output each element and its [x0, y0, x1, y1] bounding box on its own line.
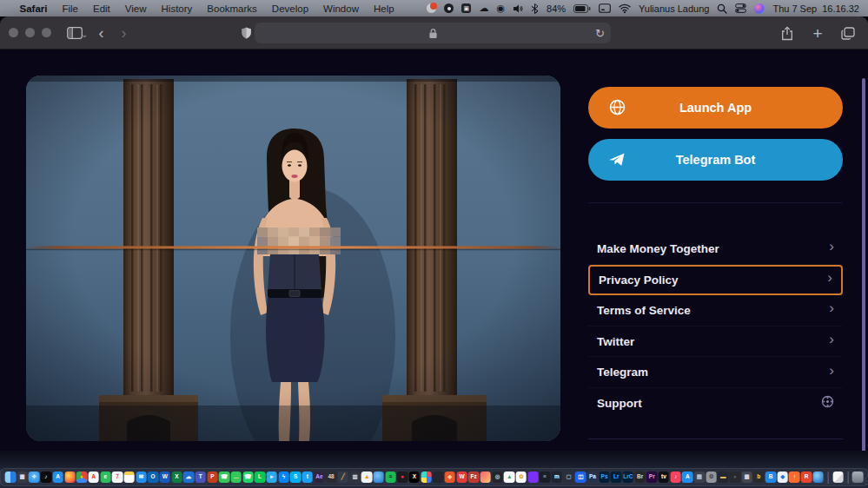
dock-icon-outlook[interactable]: O — [148, 472, 158, 482]
dock-icon-cleanmymac[interactable]: ╱ — [338, 472, 348, 482]
zoom-window-button[interactable] — [42, 28, 51, 37]
menubar-clock[interactable]: Thu 7 Sep 16.16.32 — [772, 3, 859, 14]
dock-icon-midi-keys[interactable]: ▥ — [349, 472, 360, 482]
dock-icon-earth-app[interactable] — [812, 472, 823, 482]
dock-icon-mattermost[interactable]: m — [552, 472, 562, 482]
menubar-item[interactable]: Edit — [86, 3, 118, 14]
dock-icon-evernote[interactable]: e — [100, 472, 110, 482]
dock-icon-wps[interactable]: W — [456, 472, 467, 482]
dock-icon-notes[interactable] — [124, 472, 135, 482]
dock-icon-docker[interactable]: ◫ — [575, 472, 586, 482]
sidebar-chevron-down-icon[interactable]: ⌄ — [81, 30, 88, 39]
menubar-item[interactable]: Window — [316, 3, 367, 14]
dock-icon-palette[interactable] — [421, 472, 431, 482]
menubar-item[interactable]: View — [117, 3, 154, 14]
dock-icon-shield-app[interactable]: ◆ — [777, 472, 787, 482]
dock-icon-dark-app[interactable] — [433, 472, 443, 482]
menu-item-privacy-policy[interactable]: Privacy Policy › — [588, 265, 843, 296]
dock-icon-parallels[interactable]: Pa — [587, 472, 598, 482]
dock-icon-filezilla[interactable]: Fz — [468, 472, 479, 482]
address-bar[interactable]: ↻ — [255, 23, 611, 43]
dock-icon-line[interactable]: L — [255, 472, 265, 482]
page-scrollbar[interactable] — [862, 78, 865, 460]
dock-icon-after-effects[interactable]: Ae — [314, 472, 324, 482]
home-app-menu-icon[interactable]: ▣ — [461, 3, 471, 13]
dock-icon-lightroom-classic[interactable]: LrC — [623, 472, 633, 482]
dock-icon-facetime[interactable]: ☎ — [219, 472, 229, 482]
menubar-item[interactable]: Develop — [264, 3, 315, 14]
dock-icon-text-doc[interactable]: ▤ — [694, 472, 705, 482]
dock-icon-dark-circle[interactable]: ● — [730, 472, 740, 482]
screen-record-icon[interactable] — [427, 3, 436, 13]
display-menu-icon[interactable] — [599, 3, 611, 14]
dock-icon-stripes-app[interactable]: ≡ — [540, 472, 550, 482]
menubar-item[interactable]: History — [154, 3, 200, 14]
share-icon[interactable] — [776, 22, 798, 44]
airplay-rings-icon[interactable]: ◉ — [496, 3, 505, 14]
dock-icon-music-dark[interactable]: ● — [397, 472, 407, 482]
cloud-sync-icon[interactable]: ☁ — [479, 3, 488, 14]
dock-icon-system-settings[interactable]: ⚙ — [706, 472, 716, 482]
launch-app-button[interactable]: Launch App — [588, 87, 843, 129]
dock-icon-messages[interactable]: … — [231, 472, 242, 482]
volume-icon[interactable] — [513, 3, 523, 14]
menubar-item[interactable]: File — [55, 3, 86, 14]
dock-icon-homebrew[interactable]: b — [753, 472, 764, 482]
dock-icon-purple-app[interactable] — [527, 472, 538, 482]
menu-item-make-money-together[interactable]: Make Money Together › — [588, 234, 843, 265]
traffic-lights[interactable] — [9, 28, 51, 37]
reload-icon[interactable]: ↻ — [595, 27, 605, 40]
tab-overview-icon[interactable] — [837, 22, 859, 44]
dock-icon-capcut[interactable] — [480, 472, 491, 482]
dock-icon-window-app[interactable]: ▢ — [563, 472, 573, 482]
back-button[interactable]: ‹ — [89, 22, 112, 44]
dock-icon-utility-48[interactable]: 48 — [326, 472, 336, 482]
dock-icon-firefox[interactable] — [64, 472, 75, 482]
dock-icon-skype[interactable]: S — [290, 472, 301, 482]
forward-button[interactable]: › — [112, 22, 135, 44]
close-window-button[interactable] — [9, 28, 18, 37]
wifi-icon[interactable] — [619, 3, 631, 14]
dock-icon-premiere[interactable]: Pr — [646, 472, 657, 482]
dock-icon-grid-dark[interactable]: ▦ — [741, 472, 752, 482]
spotlight-search-icon[interactable] — [717, 3, 727, 14]
dock-icon-telegram[interactable]: ▸ — [267, 472, 277, 482]
dock-icon-twitter[interactable]: t — [302, 472, 313, 482]
dock-icon-apple-tv[interactable]: tv — [659, 472, 669, 482]
dock-icon-blue-globe[interactable] — [374, 472, 384, 482]
dock-icon-share-app[interactable]: ↑ — [789, 472, 799, 482]
dock-icon-messenger[interactable]: ϟ — [278, 472, 288, 482]
new-tab-button[interactable]: + — [806, 22, 829, 44]
dock-icon-bluetooth-app[interactable]: B — [765, 472, 776, 482]
dock-icon-app-store-alt[interactable]: A — [682, 472, 692, 482]
dock-icon-powerpoint[interactable]: P — [207, 472, 217, 482]
dock-icon-acrobat[interactable]: A — [88, 472, 98, 482]
dock-icon-tiktok[interactable]: ♪ — [41, 472, 51, 482]
bluetooth-icon[interactable] — [531, 3, 539, 14]
dock-icon-apple-music[interactable]: ♪ — [670, 472, 680, 482]
dock-icon-safari[interactable]: ✧ — [29, 472, 39, 482]
menubar-item[interactable]: Safari — [12, 3, 55, 14]
menu-item-twitter[interactable]: Twitter › — [588, 326, 843, 358]
control-center-icon[interactable] — [735, 3, 746, 14]
dock-icon-finder[interactable] — [5, 472, 16, 482]
dock-icon-mail[interactable]: ✉ — [136, 472, 146, 482]
menu-item-terms-of-service[interactable]: Terms of Service › — [588, 295, 843, 326]
telegram-bot-button[interactable]: Telegram Bot — [588, 139, 843, 181]
dock-icon-archive[interactable]: ▬ — [718, 472, 728, 482]
dock-icon-photos[interactable]: ✿ — [516, 472, 527, 482]
dock-icon-trash[interactable] — [852, 472, 863, 482]
dock-icon-teams[interactable]: T — [195, 472, 206, 482]
dock-icon-x-app[interactable]: X — [409, 472, 420, 482]
dock-icon-spotify[interactable]: ≈ — [385, 472, 395, 482]
siri-icon[interactable] — [754, 3, 765, 14]
dock-icon-flame[interactable]: ◆ — [445, 472, 455, 482]
menu-item-telegram[interactable]: Telegram › — [588, 357, 843, 388]
dock-icon-word[interactable]: W — [160, 472, 170, 482]
menubar-item[interactable]: Bookmarks — [200, 3, 265, 14]
menu-item-support[interactable]: Support — [588, 388, 843, 419]
dock-icon-chrome[interactable]: ● — [76, 472, 87, 482]
dock-icon-app-store[interactable]: A — [52, 472, 63, 482]
dock-icon-downloads-doc[interactable] — [832, 472, 843, 482]
minimize-window-button[interactable] — [25, 28, 35, 37]
